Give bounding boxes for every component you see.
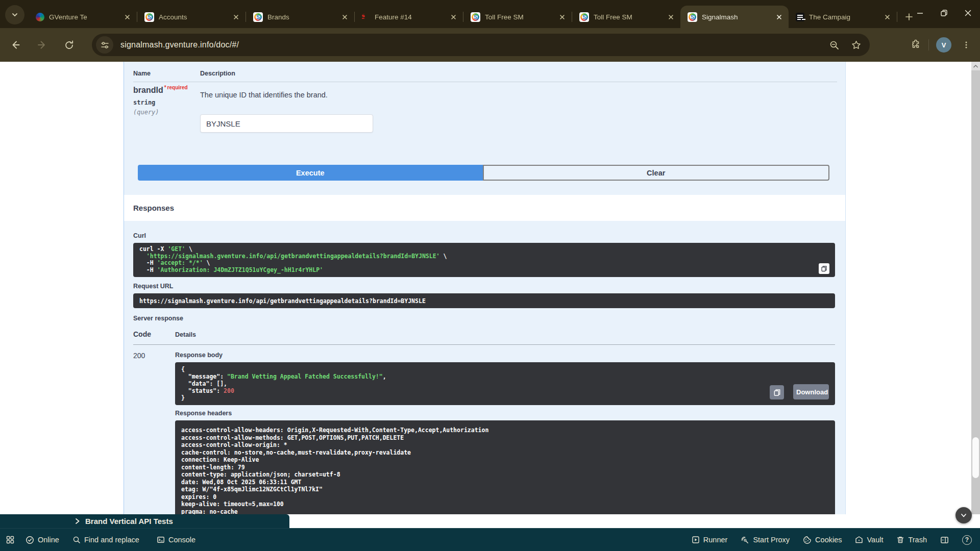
param-description-header: Description: [200, 70, 235, 77]
request-url-block: https://signalmash.gventure.info/api/get…: [133, 293, 835, 308]
tab-close-icon[interactable]: [123, 13, 132, 21]
test-drawer-tab[interactable]: Brand Vertical API Tests: [0, 514, 289, 528]
cookies-label: Cookies: [815, 536, 842, 544]
execute-button[interactable]: Execute: [138, 165, 483, 181]
omnibox-actions: [829, 40, 862, 51]
back-button[interactable]: [7, 36, 24, 54]
online-status[interactable]: Online: [26, 536, 59, 544]
tab-label: Toll Free SM: [485, 13, 553, 21]
scrollbar-thumb[interactable]: [972, 437, 979, 478]
gventure-favicon-icon: [36, 13, 44, 21]
tab-close-icon[interactable]: [232, 13, 240, 21]
tab-label: Brands: [267, 13, 336, 21]
tab-label: Accounts: [159, 13, 227, 21]
brandid-input[interactable]: [200, 114, 373, 133]
runner-button[interactable]: Runner: [692, 536, 728, 544]
tab-search-button[interactable]: [5, 5, 24, 24]
tab-brands[interactable]: S Brands: [246, 6, 354, 28]
campaign-favicon-icon: [796, 13, 804, 21]
status-bar-right: Runner Start Proxy Cookies Vault Trash ?: [692, 535, 980, 545]
feature-favicon-icon: [362, 14, 370, 19]
tab-separator: [897, 12, 897, 22]
copy-curl-button[interactable]: [819, 263, 829, 274]
tab-accounts[interactable]: S Accounts: [137, 6, 246, 28]
start-proxy-button[interactable]: Start Proxy: [741, 536, 790, 544]
vault-button[interactable]: Vault: [855, 536, 883, 544]
url-text[interactable]: signalmash.gventure.info/doc/#/: [120, 40, 239, 49]
console-label: Console: [168, 536, 195, 544]
cookies-button[interactable]: Cookies: [803, 536, 842, 544]
tab-close-icon[interactable]: [667, 13, 675, 21]
tabs-container: GVenture Te S Accounts S Brands Feature …: [29, 0, 917, 28]
tab-close-icon[interactable]: [883, 13, 892, 21]
window-minimize-button[interactable]: [908, 0, 932, 26]
required-star: *: [164, 85, 166, 90]
toolbar-right: V: [910, 34, 975, 56]
tab-close-icon[interactable]: [558, 13, 567, 21]
tab-tollfree-1[interactable]: S Toll Free SM: [463, 6, 572, 28]
response-row: 200 Response body { "message": "Brand Ve…: [133, 352, 835, 514]
window-close-button[interactable]: [956, 0, 980, 26]
param-name: brandId*required: [133, 85, 188, 95]
tab-label: Signalmash: [702, 13, 770, 21]
tab-label: Feature #14: [375, 13, 445, 21]
tab-signalmash-active[interactable]: S Signalmash: [680, 6, 789, 28]
request-url-label: Request URL: [133, 283, 835, 290]
find-replace-button[interactable]: Find and replace: [72, 536, 139, 544]
tab-campaign[interactable]: The Campaig: [789, 6, 897, 28]
site-info-button[interactable]: [96, 36, 113, 54]
satellite-icon: [741, 536, 749, 544]
response-headers-block: access-control-allow-headers: Origin,X-R…: [175, 420, 835, 514]
request-url-code: https://signalmash.gventure.info/api/get…: [133, 293, 835, 308]
browser-toolbar: signalmash.gventure.info/doc/#/ V: [0, 28, 980, 62]
console-button[interactable]: Console: [157, 536, 195, 544]
signalmash-favicon-icon: S: [471, 12, 480, 22]
tune-icon: [101, 41, 109, 49]
bookmark-star-icon[interactable]: [851, 40, 862, 51]
forward-button[interactable]: [34, 36, 51, 54]
clipboard-icon: [773, 389, 781, 396]
workspace-grid-button[interactable]: [6, 536, 14, 544]
window-restore-button[interactable]: [932, 0, 956, 26]
online-label: Online: [38, 536, 59, 544]
param-description: The unique ID that identifies the brand.: [200, 91, 328, 99]
tab-tollfree-2[interactable]: S Toll Free SM: [572, 6, 680, 28]
help-icon: ?: [962, 535, 972, 545]
zoom-out-indicator-icon[interactable]: [829, 40, 840, 51]
menu-kebab-icon[interactable]: [958, 36, 975, 54]
help-button[interactable]: ?: [962, 535, 972, 545]
tab-close-icon[interactable]: [340, 13, 349, 21]
curl-code: curl -X 'GET' \ 'https://signalmash.gven…: [133, 243, 835, 277]
reload-button[interactable]: [60, 36, 78, 54]
required-label: required: [167, 85, 188, 90]
tab-gventure[interactable]: GVenture Te: [29, 6, 137, 28]
drawer-label: Brand Vertical API Tests: [85, 517, 173, 525]
extensions-puzzle-icon[interactable]: [910, 39, 921, 51]
search-icon: [72, 536, 81, 544]
split-panel-icon: [940, 536, 949, 544]
tab-label: Toll Free SM: [594, 13, 662, 21]
tab-close-icon[interactable]: [449, 13, 458, 21]
response-headers-code: access-control-allow-headers: Origin,X-R…: [175, 420, 835, 514]
copy-response-button[interactable]: [770, 385, 784, 399]
console-icon: [157, 536, 165, 544]
param-name-header: Name: [133, 70, 151, 77]
page-scrollbar[interactable]: [971, 62, 980, 514]
scroll-down-floating-button[interactable]: [955, 507, 972, 523]
clipboard-icon: [821, 265, 827, 272]
tab-feature[interactable]: Feature #14: [355, 6, 463, 28]
vault-icon: [855, 536, 863, 544]
tab-close-icon[interactable]: [775, 13, 783, 21]
download-button[interactable]: Download: [793, 384, 829, 399]
address-bar[interactable]: signalmash.gventure.info/doc/#/: [92, 34, 870, 56]
response-headers-label: Response headers: [175, 410, 835, 417]
trash-button[interactable]: Trash: [896, 536, 927, 544]
curl-block: curl -X 'GET' \ 'https://signalmash.gven…: [133, 243, 835, 277]
clear-button[interactable]: Clear: [483, 165, 830, 181]
split-panel-button[interactable]: [940, 536, 949, 544]
chevron-down-icon: [11, 11, 18, 18]
responses-header: Responses: [124, 195, 845, 221]
trash-label: Trash: [908, 536, 927, 544]
profile-avatar[interactable]: V: [936, 37, 951, 53]
scrollbar-up-arrow[interactable]: [971, 62, 980, 70]
